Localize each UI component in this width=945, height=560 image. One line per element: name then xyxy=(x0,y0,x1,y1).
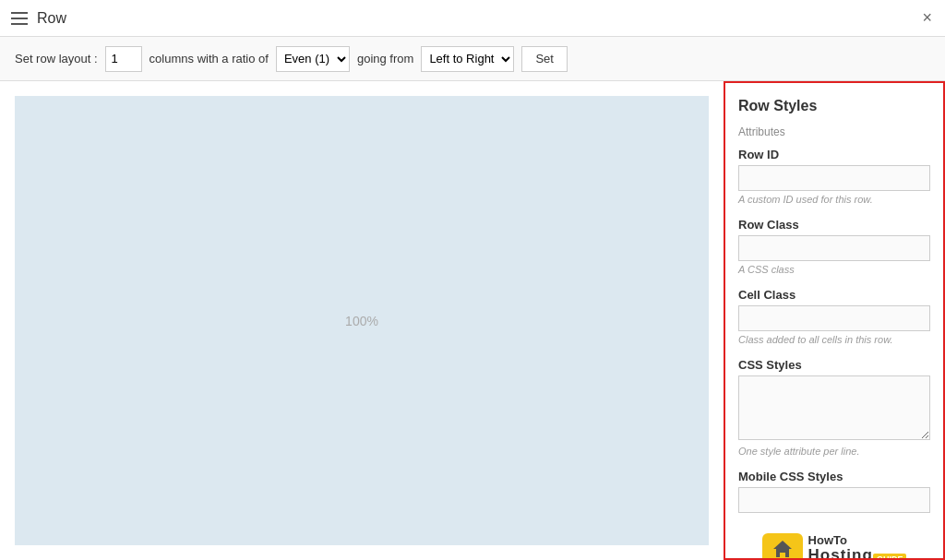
toolbar: Set row layout : columns with a ratio of… xyxy=(0,37,945,81)
attributes-label: Attributes xyxy=(738,125,930,138)
css-styles-textarea[interactable] xyxy=(738,375,930,440)
css-styles-group: CSS Styles One style attribute per line. xyxy=(738,358,930,457)
mobile-css-styles-label: Mobile CSS Styles xyxy=(738,470,930,483)
cell-class-group: Cell Class Class added to all cells in t… xyxy=(738,288,930,345)
columns-input[interactable] xyxy=(105,46,142,72)
logo-howto: HowTo xyxy=(808,534,873,547)
logo-guide: GUIDE xyxy=(873,554,907,560)
logo-icon xyxy=(762,533,803,560)
row-id-group: Row ID A custom ID used for this row. xyxy=(738,148,930,205)
css-styles-label: CSS Styles xyxy=(738,358,930,372)
set-button[interactable]: Set xyxy=(521,46,568,72)
canvas-percentage: 100% xyxy=(345,314,378,328)
direction-select[interactable]: Left to Right Right to Left xyxy=(421,46,514,72)
columns-with-label: columns with a ratio of xyxy=(150,52,269,66)
row-id-hint: A custom ID used for this row. xyxy=(738,194,930,205)
cell-class-label: Cell Class xyxy=(738,288,930,302)
row-class-group: Row Class A CSS class xyxy=(738,218,930,275)
hamburger-icon[interactable] xyxy=(11,12,28,25)
canvas-area: 100% xyxy=(0,81,724,560)
logo-text: HowTo Hosting xyxy=(808,534,873,561)
css-styles-hint: One style attribute per line. xyxy=(738,446,930,457)
row-id-label: Row ID xyxy=(738,148,930,161)
row-class-label: Row Class xyxy=(738,218,930,232)
main-area: 100% Row Styles Attributes Row ID A cust… xyxy=(0,81,945,560)
logo-area: HowTo Hosting GUIDE xyxy=(738,526,930,560)
logo-hosting: Hosting xyxy=(808,547,873,560)
set-row-layout-label: Set row layout : xyxy=(15,52,98,66)
page-title: Row xyxy=(37,10,66,27)
row-class-input[interactable] xyxy=(738,235,930,261)
close-button[interactable]: × xyxy=(922,9,932,26)
row-class-hint: A CSS class xyxy=(738,264,930,275)
mobile-css-styles-group: Mobile CSS Styles xyxy=(738,470,930,513)
title-bar: Row × xyxy=(0,0,945,37)
ratio-select[interactable]: Even (1) 2:1 1:2 3:1 1:3 xyxy=(276,46,350,72)
cell-class-input[interactable] xyxy=(738,305,930,331)
going-from-label: going from xyxy=(357,52,413,66)
mobile-css-styles-input[interactable] xyxy=(738,487,930,513)
right-panel: Row Styles Attributes Row ID A custom ID… xyxy=(724,81,945,560)
canvas-inner[interactable]: 100% xyxy=(15,96,709,545)
panel-title: Row Styles xyxy=(738,98,930,114)
row-id-input[interactable] xyxy=(738,165,930,191)
cell-class-hint: Class added to all cells in this row. xyxy=(738,334,930,345)
